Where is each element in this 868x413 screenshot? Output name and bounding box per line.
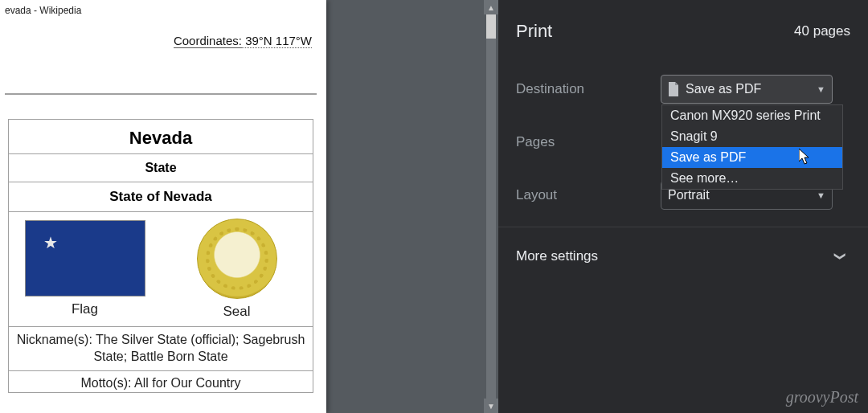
coordinates-label: Coordinates: bbox=[174, 34, 242, 48]
watermark: groovyPost bbox=[786, 388, 858, 407]
document-icon bbox=[668, 82, 679, 96]
coordinates: Coordinates: 39°N 117°W bbox=[174, 34, 312, 48]
destination-label: Destination bbox=[516, 81, 661, 97]
scroll-up-icon[interactable]: ▲ bbox=[484, 0, 498, 14]
seal-label: Seal bbox=[164, 302, 309, 320]
infobox: Nevada State State of Nevada ★ Flag Seal bbox=[8, 119, 313, 393]
panel-header: Print 40 pages bbox=[498, 0, 868, 63]
destination-row: Destination Save as PDF ▼ Canon MX920 se… bbox=[498, 63, 868, 116]
pages-label: Pages bbox=[516, 134, 661, 150]
scrollbar-track[interactable] bbox=[486, 14, 496, 399]
destination-option-label: Save as PDF bbox=[670, 150, 746, 164]
layout-label: Layout bbox=[516, 187, 661, 203]
destination-selected: Save as PDF bbox=[686, 82, 761, 96]
infobox-title: Nevada bbox=[9, 120, 313, 154]
print-preview-pane: evada - Wikipedia Coordinates: 39°N 117°… bbox=[0, 0, 498, 413]
flag-seal-row: ★ Flag Seal bbox=[9, 212, 313, 327]
divider bbox=[5, 93, 317, 95]
flag-label: Flag bbox=[12, 300, 158, 317]
cursor-icon bbox=[799, 149, 810, 165]
panel-title: Print bbox=[516, 21, 552, 42]
destination-option[interactable]: Snagit 9 bbox=[662, 126, 842, 147]
star-icon: ★ bbox=[43, 233, 58, 252]
more-settings-row[interactable]: More settings ❯ bbox=[498, 232, 868, 280]
divider bbox=[498, 227, 868, 227]
page-header-tab: evada - Wikipedia bbox=[5, 5, 317, 19]
page-count: 40 pages bbox=[794, 23, 850, 39]
print-settings-panel: Print 40 pages Destination Save as PDF ▼… bbox=[498, 0, 868, 413]
chevron-down-icon: ▼ bbox=[817, 190, 825, 200]
destination-option[interactable]: Canon MX920 series Print bbox=[662, 105, 842, 126]
coordinates-value: 39°N 117°W bbox=[245, 34, 312, 48]
infobox-motto: Motto(s): All for Our Country bbox=[9, 371, 313, 392]
seal-image bbox=[197, 219, 277, 299]
scrollbar-thumb[interactable] bbox=[486, 14, 496, 39]
destination-option-selected[interactable]: Save as PDF bbox=[662, 147, 842, 168]
scroll-down-icon[interactable]: ▼ bbox=[484, 399, 498, 413]
flag-image: ★ bbox=[25, 220, 145, 296]
infobox-subtitle2: State of Nevada bbox=[9, 182, 313, 212]
chevron-down-icon: ❯ bbox=[834, 251, 847, 261]
chevron-down-icon: ▼ bbox=[817, 84, 825, 94]
infobox-subtitle: State bbox=[9, 154, 313, 182]
layout-value: Portrait bbox=[668, 188, 710, 202]
preview-page: evada - Wikipedia Coordinates: 39°N 117°… bbox=[0, 0, 326, 413]
destination-dropdown[interactable]: Canon MX920 series Print Snagit 9 Save a… bbox=[661, 104, 843, 190]
preview-scrollbar[interactable]: ▲ ▼ bbox=[484, 0, 498, 413]
seal-cell: Seal bbox=[161, 212, 313, 326]
flag-cell: ★ Flag bbox=[9, 212, 161, 326]
more-settings-label: More settings bbox=[516, 248, 598, 264]
destination-select[interactable]: Save as PDF ▼ Canon MX920 series Print S… bbox=[661, 75, 833, 104]
destination-option-see-more[interactable]: See more… bbox=[662, 168, 842, 189]
infobox-nicknames: Nickname(s): The Silver State (official)… bbox=[9, 327, 313, 371]
